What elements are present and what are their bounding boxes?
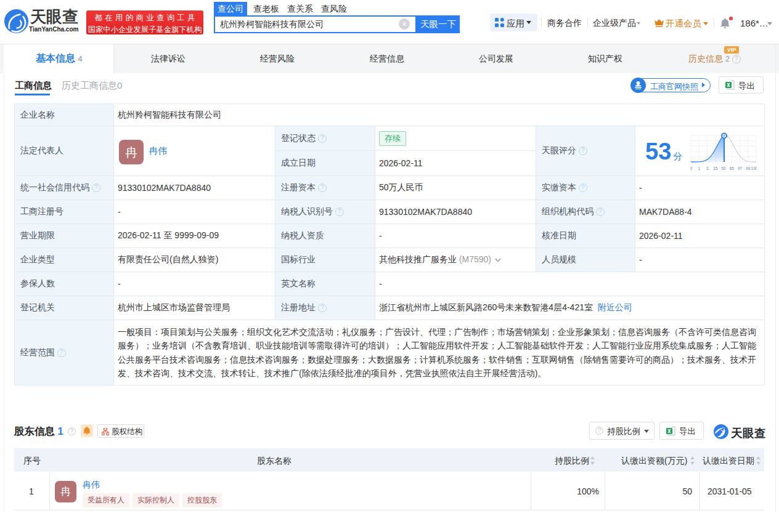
svg-text:50: 50 — [721, 166, 726, 171]
svg-text:1: 1 — [698, 166, 700, 171]
svg-text:0: 0 — [690, 166, 693, 171]
svg-text:97: 97 — [738, 166, 743, 171]
svg-text:99: 99 — [746, 166, 751, 171]
svg-text:15: 15 — [713, 166, 718, 171]
svg-text:100: 100 — [751, 166, 757, 171]
svg-text:65: 65 — [730, 166, 735, 171]
svg-text:3: 3 — [706, 166, 709, 171]
